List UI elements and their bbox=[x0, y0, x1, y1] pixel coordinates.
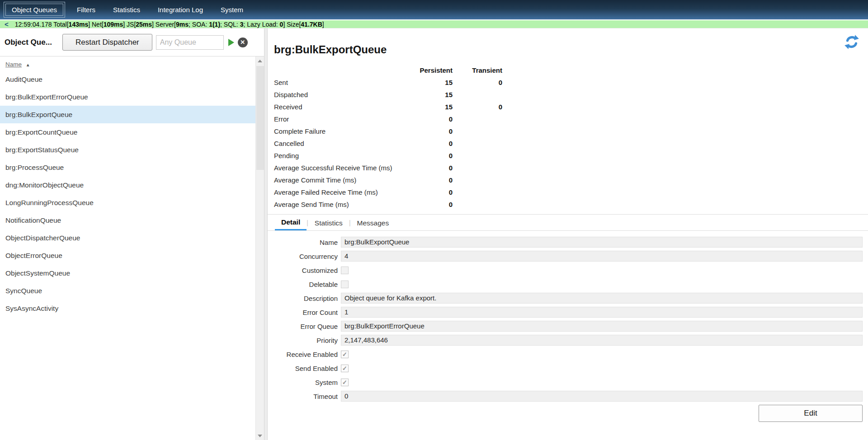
queue-list-item[interactable]: NotificationQueue bbox=[0, 211, 255, 229]
nav-tab-system[interactable]: System bbox=[215, 3, 249, 16]
sidebar-title: Object Que... bbox=[5, 38, 62, 47]
scroll-up-button[interactable] bbox=[256, 56, 264, 65]
form-row-receive-enabled: Receive Enabled✓ bbox=[274, 349, 863, 360]
stats-persistent-value: 0 bbox=[410, 137, 453, 150]
queue-list-item[interactable]: SysAsyncActivity bbox=[0, 300, 255, 317]
queue-list: Name ▲ AuditQueuebrg:BulkExportErrorQueu… bbox=[0, 56, 255, 440]
top-navigation-bar: Object QueuesFiltersStatisticsIntegratio… bbox=[0, 0, 868, 19]
stats-row-label: Average Successful Receive Time (ms) bbox=[274, 162, 410, 174]
queue-list-item[interactable]: ObjectDispatcherQueue bbox=[0, 229, 255, 247]
nav-tab-filters[interactable]: Filters bbox=[71, 3, 101, 16]
restart-dispatcher-button[interactable]: Restart Dispatcher bbox=[62, 34, 152, 51]
field-error-count[interactable]: 1 bbox=[341, 307, 863, 318]
stats-row-label: Average Commit Time (ms) bbox=[274, 174, 410, 186]
queue-list-item[interactable]: AuditQueue bbox=[0, 70, 255, 88]
checkbox-send-enabled[interactable]: ✓ bbox=[341, 365, 349, 372]
stats-row-label: Average Failed Receive Time (ms) bbox=[274, 186, 410, 198]
queue-list-item[interactable]: brg:BulkExportErrorQueue bbox=[0, 88, 255, 106]
detail-tab-statistics[interactable]: Statistics bbox=[308, 215, 349, 230]
scroll-down-button[interactable] bbox=[256, 431, 264, 440]
queue-detail-panel: brg:BulkExportQueue PersistentTransientS… bbox=[268, 28, 868, 440]
form-row-timeout: Timeout0 bbox=[274, 391, 863, 402]
stats-row-label: Received bbox=[274, 101, 410, 113]
field-priority[interactable]: 2,147,483,646 bbox=[341, 335, 863, 346]
stats-persistent-value: 0 bbox=[410, 174, 453, 186]
name-column-header: Name ▲ bbox=[0, 56, 255, 70]
field-label: Name bbox=[274, 239, 341, 246]
stats-transient-value: 0 bbox=[453, 101, 502, 113]
run-search-icon[interactable] bbox=[228, 39, 234, 46]
status-bar: < 12:59:04.178 Total[143ms] Net[109ms] J… bbox=[0, 19, 868, 28]
stats-header-transient: Transient bbox=[453, 64, 502, 76]
form-row-error-queue: Error Queuebrg:BulkExportErrorQueue bbox=[274, 321, 863, 332]
stats-transient-value bbox=[453, 162, 502, 174]
queue-search-input[interactable] bbox=[156, 35, 224, 50]
field-name[interactable]: brg:BulkExportQueue bbox=[341, 237, 863, 248]
main-split: Object Que... Restart Dispatcher ✕ Name … bbox=[0, 28, 868, 440]
nav-tab-object-queues[interactable]: Object Queues bbox=[4, 2, 65, 18]
panel-divider[interactable] bbox=[264, 28, 268, 440]
queue-list-item[interactable]: brg:ExportCountQueue bbox=[0, 123, 255, 141]
nav-tab-label: Object Queues bbox=[5, 4, 63, 16]
checkbox-deletable[interactable] bbox=[341, 281, 349, 288]
timing-status-text: 12:59:04.178 Total[143ms] Net[109ms] JS[… bbox=[15, 21, 324, 28]
nav-tab-integration-log[interactable]: Integration Log bbox=[152, 3, 209, 16]
checkbox-customized[interactable] bbox=[341, 267, 349, 274]
queue-list-item[interactable]: ObjectErrorQueue bbox=[0, 247, 255, 264]
stats-row-label: Average Send Time (ms) bbox=[274, 198, 410, 211]
sort-ascending-icon: ▲ bbox=[26, 62, 30, 67]
field-label: Timeout bbox=[274, 393, 341, 400]
queue-list-item[interactable]: brg:ProcessQueue bbox=[0, 159, 255, 176]
stats-persistent-value: 0 bbox=[410, 198, 453, 211]
scrollbar-thumb[interactable] bbox=[256, 66, 264, 170]
form-row-customized: Customized bbox=[274, 265, 863, 276]
clear-search-icon[interactable]: ✕ bbox=[238, 37, 248, 47]
nav-tab-statistics[interactable]: Statistics bbox=[107, 3, 146, 16]
queue-list-item[interactable]: brg:BulkExportQueue bbox=[0, 106, 255, 123]
queue-list-item[interactable]: dng:MonitorObjectQueue bbox=[0, 176, 255, 194]
detail-tabs: Detail|Statistics|Messages bbox=[268, 214, 868, 231]
queue-list-item[interactable]: brg:ExportStatusQueue bbox=[0, 141, 255, 159]
form-row-concurrency: Concurrency4 bbox=[274, 251, 863, 262]
field-concurrency[interactable]: 4 bbox=[341, 251, 863, 262]
form-row-error-count: Error Count1 bbox=[274, 307, 863, 318]
detail-tab-detail[interactable]: Detail bbox=[275, 215, 307, 230]
field-label: Customized bbox=[274, 267, 341, 274]
queue-statistics-table: PersistentTransientSent150Dispatched15Re… bbox=[274, 64, 863, 211]
sidebar-header: Object Que... Restart Dispatcher ✕ bbox=[0, 28, 264, 56]
refresh-icon[interactable] bbox=[843, 34, 861, 52]
queue-list-item[interactable]: ObjectSystemQueue bbox=[0, 264, 255, 282]
field-description[interactable]: Object queue for Kafka export. bbox=[341, 293, 863, 304]
stats-header-persistent: Persistent bbox=[410, 64, 453, 76]
checkbox-receive-enabled[interactable]: ✓ bbox=[341, 351, 349, 358]
field-label: Deletable bbox=[274, 281, 341, 288]
stats-persistent-value: 0 bbox=[410, 150, 453, 162]
field-label: Send Enabled bbox=[274, 365, 341, 372]
field-label: Priority bbox=[274, 337, 341, 344]
nav-tabs: Object QueuesFiltersStatisticsIntegratio… bbox=[4, 2, 249, 18]
stats-row-label: Dispatched bbox=[274, 89, 410, 101]
stats-transient-value bbox=[453, 89, 502, 101]
field-label: Description bbox=[274, 295, 341, 302]
stats-row-label: Cancelled bbox=[274, 137, 410, 150]
stats-persistent-value: 15 bbox=[410, 89, 453, 101]
checkbox-system[interactable]: ✓ bbox=[341, 379, 349, 386]
collapse-back-arrow[interactable]: < bbox=[0, 20, 15, 28]
queue-list-item[interactable]: LongRunningProcessQueue bbox=[0, 194, 255, 211]
sort-by-name-link[interactable]: Name bbox=[5, 61, 22, 68]
detail-tab-messages[interactable]: Messages bbox=[351, 215, 396, 230]
field-label: Error Queue bbox=[274, 323, 341, 330]
field-label: Error Count bbox=[274, 309, 341, 316]
edit-button-row: Edit bbox=[274, 405, 863, 422]
form-row-system: System✓ bbox=[274, 377, 863, 388]
field-error-queue[interactable]: brg:BulkExportErrorQueue bbox=[341, 321, 863, 332]
stats-persistent-value: 0 bbox=[410, 125, 453, 137]
field-timeout[interactable]: 0 bbox=[341, 391, 863, 402]
scrollbar-track[interactable] bbox=[256, 65, 264, 431]
form-row-name: Namebrg:BulkExportQueue bbox=[274, 237, 863, 248]
queue-list-item[interactable]: SyncQueue bbox=[0, 282, 255, 300]
list-scrollbar[interactable] bbox=[255, 56, 264, 440]
edit-button[interactable]: Edit bbox=[759, 405, 863, 422]
form-row-send-enabled: Send Enabled✓ bbox=[274, 363, 863, 374]
form-row-deletable: Deletable bbox=[274, 279, 863, 290]
